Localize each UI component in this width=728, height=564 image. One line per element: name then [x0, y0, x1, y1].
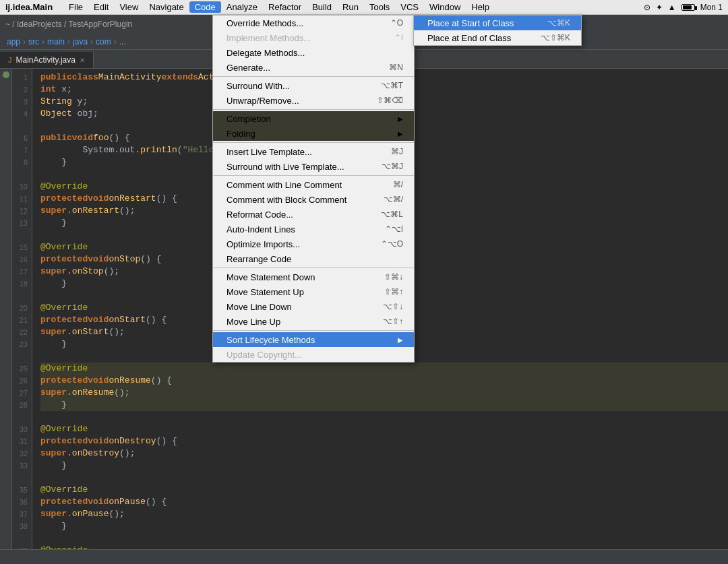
menu-item-label: Rearrange Code — [226, 254, 291, 264]
menu-item-implement-methods[interactable]: Implement Methods... ⌃I — [213, 30, 414, 45]
menu-item-update-copyright[interactable]: Update Copyright... — [213, 347, 414, 362]
gutter-line-25: 25 — [12, 363, 32, 375]
gutter-line-22: 22 — [12, 326, 32, 338]
gutter-line-13: 13 — [12, 217, 32, 229]
code-line-25: @Override — [40, 363, 728, 375]
menu-item-reformat-code[interactable]: Reformat Code... ⌥⌘L — [213, 207, 414, 222]
menu-refactor[interactable]: Refactor — [263, 1, 307, 13]
menu-item-delegate-methods[interactable]: Delegate Methods... — [213, 45, 414, 60]
gutter-line-29 — [12, 411, 32, 423]
gutter-line-26: 26 — [12, 375, 32, 387]
menu-item-insert-live-template[interactable]: Insert Live Template... ⌘J — [213, 144, 414, 159]
path-sep-2: › — [42, 37, 44, 46]
menu-item-label: Reformat Code... — [226, 210, 293, 220]
menu-edit[interactable]: Edit — [88, 1, 114, 13]
path-java: java — [73, 37, 88, 46]
code-line-30: @Override — [40, 423, 728, 435]
submenu-item-label: Place at End of Class — [427, 33, 511, 43]
menu-item-label: Optimize Imports... — [226, 239, 300, 249]
code-line-38: } — [40, 520, 728, 532]
menu-item-surround-live-template[interactable]: Surround with Live Template... ⌥⌘J — [213, 159, 414, 174]
wifi-icon: ⊙ — [644, 3, 650, 12]
menu-item-optimize-imports[interactable]: Optimize Imports... ⌃⌥O — [213, 237, 414, 251]
path-sep-4: › — [90, 37, 93, 46]
gutter-line-8: 8 — [12, 156, 32, 168]
menu-item-override-methods[interactable]: Override Methods... ⌃O — [213, 15, 414, 30]
bluetooth-icon: ✦ — [656, 3, 663, 12]
menu-sep-5 — [213, 268, 414, 268]
gutter-line-18: 18 — [12, 278, 32, 290]
gutter-line-5 — [12, 120, 32, 132]
gutter-line-30: 30 — [12, 423, 32, 435]
menu-item-generate[interactable]: Generate... ⌘N — [213, 60, 414, 75]
gutter-line-31: 31 — [12, 435, 32, 447]
menu-item-move-statement-up[interactable]: Move Statement Up ⇧⌘↑ — [213, 284, 414, 299]
submenu-arrow-completion: ▶ — [398, 115, 403, 123]
menu-code[interactable]: Code — [189, 1, 221, 13]
menu-item-label: Sort Lifecycle Methods — [226, 335, 315, 345]
gutter-line-6: 6 — [12, 132, 32, 144]
menu-item-shortcut: ⌘J — [391, 147, 403, 156]
gutter-line-10: 10 — [12, 181, 32, 193]
gutter-line-2: 2 — [12, 84, 32, 96]
statusbar — [0, 549, 728, 564]
submenu-place-start[interactable]: Place at Start of Class ⌥⌘K — [414, 15, 581, 30]
menu-sep-1 — [213, 76, 414, 77]
gutter-line-4: 4 — [12, 108, 32, 120]
menu-item-label: Override Methods... — [226, 18, 303, 28]
menu-item-surround-with[interactable]: Surround With... ⌥⌘T — [213, 78, 414, 93]
menu-item-rearrange-code[interactable]: Rearrange Code — [213, 251, 414, 266]
menu-view[interactable]: View — [114, 1, 144, 13]
menu-build[interactable]: Build — [307, 1, 337, 13]
menu-tools[interactable]: Tools — [364, 1, 395, 13]
gutter-line-20: 20 — [12, 302, 32, 314]
gutter-line-39 — [12, 532, 32, 544]
menu-item-unwrap-remove[interactable]: Unwrap/Remove... ⇧⌘⌫ — [213, 93, 414, 108]
menu-item-shortcut: ⌃I — [394, 33, 403, 42]
menu-window[interactable]: Window — [424, 1, 466, 13]
menu-sep-6 — [213, 330, 414, 331]
sort-lifecycle-submenu: Place at Start of Class ⌥⌘K Place at End… — [413, 15, 582, 46]
path-sep-5: › — [114, 37, 117, 46]
menu-navigate[interactable]: Navigate — [144, 1, 189, 13]
menubar: ij.idea.Main File Edit View Navigate Cod… — [0, 0, 728, 15]
gutter-line-3: 3 — [12, 96, 32, 108]
gutter-line-37: 37 — [12, 508, 32, 520]
menu-item-auto-indent[interactable]: Auto-Indent Lines ⌃⌥I — [213, 222, 414, 237]
menu-item-label: Comment with Line Comment — [226, 180, 342, 190]
app-name: ij.idea.Main — [5, 2, 53, 12]
menu-vcs[interactable]: VCS — [395, 1, 424, 13]
code-line-26: protected void onResume() { — [40, 375, 728, 387]
menu-item-completion[interactable]: Completion ▶ — [213, 111, 414, 126]
menu-item-shortcut: ⌃⌥I — [385, 224, 403, 234]
submenu-item-shortcut: ⌥⇧⌘K — [541, 33, 570, 42]
menu-item-comment-line[interactable]: Comment with Line Comment ⌘/ — [213, 177, 414, 192]
menu-item-move-line-down[interactable]: Move Line Down ⌥⇧↓ — [213, 299, 414, 314]
project-path: ~ / IdeaProjects / TestAppForPlugin — [5, 20, 132, 29]
menu-item-label: Surround with Live Template... — [226, 162, 344, 172]
menu-item-label: Move Line Up — [226, 317, 280, 327]
gutter-line-14 — [12, 229, 32, 241]
tab-mainactivity[interactable]: J MainActivity.java ✕ — [0, 52, 94, 68]
menu-item-sort-lifecycle[interactable]: Sort Lifecycle Methods ▶ — [213, 332, 414, 347]
submenu-place-end[interactable]: Place at End of Class ⌥⇧⌘K — [414, 30, 581, 45]
tab-close-button[interactable]: ✕ — [80, 57, 85, 64]
menu-help[interactable]: Help — [466, 1, 495, 13]
menu-item-shortcut: ⇧⌘↓ — [384, 272, 403, 282]
left-icons-strip — [0, 69, 12, 564]
menu-item-shortcut: ⌥⇧↓ — [383, 302, 403, 311]
path-sep-1: › — [23, 37, 26, 46]
menu-file[interactable]: File — [63, 1, 88, 13]
code-line-39 — [40, 532, 728, 544]
menu-analyze[interactable]: Analyze — [221, 1, 263, 13]
menu-run[interactable]: Run — [337, 1, 364, 13]
menu-item-shortcut: ⌥⌘L — [381, 210, 403, 219]
menu-item-comment-block[interactable]: Comment with Block Comment ⌥⌘/ — [213, 192, 414, 207]
gutter-line-38: 38 — [12, 520, 32, 532]
menu-item-move-statement-down[interactable]: Move Statement Down ⇧⌘↓ — [213, 270, 414, 284]
menu-item-move-line-up[interactable]: Move Line Up ⌥⇧↑ — [213, 314, 414, 329]
code-line-31: protected void onDestroy() { — [40, 435, 728, 447]
menu-sep-4 — [213, 175, 414, 176]
menu-item-folding[interactable]: Folding ▶ — [213, 126, 414, 141]
gutter-line-12: 12 — [12, 205, 32, 217]
